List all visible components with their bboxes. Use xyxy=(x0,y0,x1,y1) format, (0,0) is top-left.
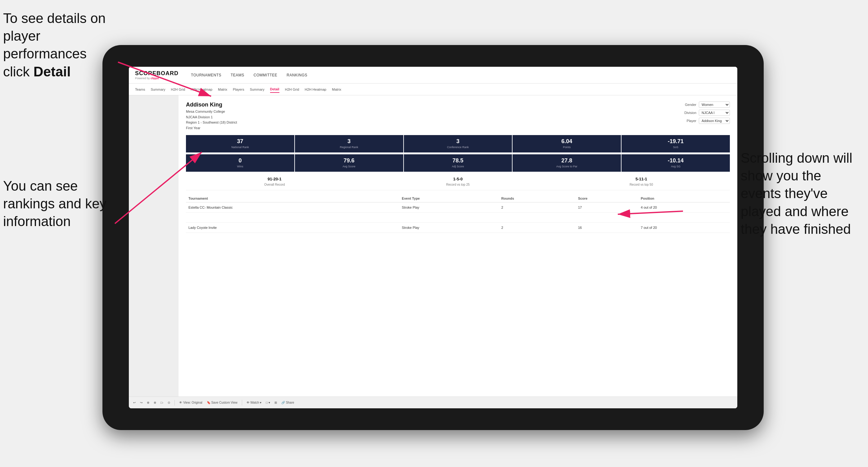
wins-label: Wins xyxy=(188,165,292,168)
row1-rounds: 2 xyxy=(499,202,576,212)
conference-rank-label: Conference Rank xyxy=(406,146,510,149)
stat-avg-score-par: 27.8 Avg Score to Par xyxy=(513,154,621,172)
sub-nav: Teams Summary H2H Grid H2H Heatmap Matri… xyxy=(129,84,737,95)
annotation-top-left: To see details on player performances cl… xyxy=(3,9,115,81)
row1-event-type: Stroke Play xyxy=(399,202,499,212)
division-filter-row: Division NJCAA I xyxy=(684,110,730,116)
record-top25: 1-5-0 Record vs top 25 xyxy=(369,177,547,187)
player-region: Region 1 - Southwest (18) District xyxy=(186,121,237,124)
top50-record-label: Record vs top 50 xyxy=(629,183,653,186)
toolbar-add[interactable]: ⊕ xyxy=(147,401,149,404)
gender-label: Gender xyxy=(685,103,696,106)
stat-regional-rank: 3 Regional Rank xyxy=(295,135,403,152)
toolbar-resize[interactable]: □- xyxy=(160,401,163,404)
logo-clippd: clippd xyxy=(151,77,159,80)
gender-select[interactable]: Women xyxy=(699,101,730,108)
nav-committee[interactable]: COMMITTEE xyxy=(254,72,278,79)
subnav-h2h-heatmap[interactable]: H2H Heatmap xyxy=(191,86,212,93)
gender-filter-row: Gender Women xyxy=(685,101,730,108)
player-select[interactable]: Addison King xyxy=(699,118,730,124)
overall-record-value: 91-20-1 xyxy=(186,177,363,181)
nav-tournaments[interactable]: TOURNAMENTS xyxy=(191,72,221,79)
subnav-h2h-heatmap2[interactable]: H2H Heatmap xyxy=(305,86,327,93)
toolbar-view-original[interactable]: 👁 View: Original xyxy=(179,401,202,404)
row1-score: 17 xyxy=(576,202,638,212)
tablet-screen: SCOREBOARD Powered by clippd TOURNAMENTS… xyxy=(129,67,737,408)
tournament-table: Tournament Event Type Rounds Score Posit… xyxy=(186,195,730,233)
logo-area: SCOREBOARD Powered by clippd xyxy=(135,70,179,80)
avg-score-par-value: 27.8 xyxy=(515,157,618,164)
table-row: Lady Coyote Invite Stroke Play 2 16 7 ou… xyxy=(186,222,730,232)
toolbar-sep2 xyxy=(242,400,242,406)
toolbar-redo[interactable]: ↪ xyxy=(140,401,143,404)
stat-conference-rank: 3 Conference Rank xyxy=(404,135,512,152)
sos-value: -19.71 xyxy=(624,138,727,145)
stat-sos: -19.71 SoS xyxy=(621,135,730,152)
nav-rankings[interactable]: RANKINGS xyxy=(286,72,307,79)
toolbar-share-screen[interactable]: □ ▾ xyxy=(266,401,270,404)
subnav-summary[interactable]: Summary xyxy=(151,86,165,93)
subnav-players[interactable]: Players xyxy=(233,86,244,93)
subnav-summary2[interactable]: Summary xyxy=(250,86,265,93)
national-rank-value: 37 xyxy=(188,138,292,145)
col-rounds: Rounds xyxy=(499,195,576,203)
player-division: NJCAA Division 1 xyxy=(186,115,213,119)
adj-score-label: Adj Score xyxy=(406,165,510,168)
points-label: Points xyxy=(515,146,618,149)
row3-tournament: Lady Coyote Invite xyxy=(186,222,399,232)
avg-score-value: 79.6 xyxy=(298,157,401,164)
adj-score-value: 78.5 xyxy=(406,157,510,164)
subnav-h2h-grid2[interactable]: H2H Grid xyxy=(285,86,299,93)
avg-sg-label: Avg SG xyxy=(624,165,727,168)
subnav-matrix[interactable]: Matrix xyxy=(218,86,227,93)
subnav-detail[interactable]: Detail xyxy=(270,86,279,93)
player-school: Mesa Community College xyxy=(186,110,225,113)
stat-points: 6.04 Points xyxy=(513,135,621,152)
subnav-h2h-grid[interactable]: H2H Grid xyxy=(171,86,185,93)
toolbar-sep1 xyxy=(175,400,175,406)
stats-row2: 0 Wins 79.6 Avg Score 78.5 Adj Score 27.… xyxy=(186,154,730,172)
logo-scoreboard: SCOREBOARD xyxy=(135,70,179,77)
table-row xyxy=(186,212,730,222)
col-score: Score xyxy=(576,195,638,203)
main-content: Addison King Mesa Community College NJCA… xyxy=(129,95,737,397)
annotation-detail-bold: Detail xyxy=(34,64,71,79)
logo-powered: Powered by clippd xyxy=(135,77,179,80)
toolbar-save-custom[interactable]: 🔖 Save Custom View xyxy=(207,401,238,404)
national-rank-label: National Rank xyxy=(188,146,292,149)
toolbar-settings[interactable]: ⊙ xyxy=(168,401,170,404)
row3-position: 7 out of 20 xyxy=(638,222,730,232)
nav-teams[interactable]: TEAMS xyxy=(231,72,244,79)
stat-wins: 0 Wins xyxy=(186,154,294,172)
record-top50: 5-11-1 Record vs top 50 xyxy=(553,177,730,187)
row1-tournament: Estella CC- Mountain Classic xyxy=(186,202,399,212)
player-filters: Gender Women Division NJCAA I xyxy=(684,101,730,124)
col-position: Position xyxy=(638,195,730,203)
content-area[interactable]: Addison King Mesa Community College NJCA… xyxy=(179,95,737,397)
table-row: Estella CC- Mountain Classic Stroke Play… xyxy=(186,202,730,212)
records-row: 91-20-1 Overall Record 1-5-0 Record vs t… xyxy=(186,174,730,190)
tablet-frame: SCOREBOARD Powered by clippd TOURNAMENTS… xyxy=(102,45,764,430)
annotation-right: Scrolling down will show you the events … xyxy=(741,149,865,238)
subnav-matrix2[interactable]: Matrix xyxy=(332,86,341,93)
row1-position: 4 out of 20 xyxy=(638,202,730,212)
avg-sg-value: -10.14 xyxy=(624,157,727,164)
toolbar-grid[interactable]: ⊞ xyxy=(274,401,277,404)
toolbar-share[interactable]: 🔗 Share xyxy=(281,401,294,404)
player-info: Addison King Mesa Community College NJCA… xyxy=(186,101,237,131)
sos-label: SoS xyxy=(624,146,727,149)
subnav-teams[interactable]: Teams xyxy=(135,86,145,93)
avg-score-par-label: Avg Score to Par xyxy=(515,165,618,168)
top50-record-value: 5-11-1 xyxy=(553,177,730,181)
wins-value: 0 xyxy=(188,157,292,164)
conference-rank-value: 3 xyxy=(406,138,510,145)
overall-record-label: Overall Record xyxy=(264,183,285,186)
points-value: 6.04 xyxy=(515,138,618,145)
division-select[interactable]: NJCAA I xyxy=(699,110,730,116)
toolbar-undo[interactable]: ↩ xyxy=(133,401,136,404)
toolbar-watch[interactable]: 👁 Watch ▾ xyxy=(247,401,262,404)
player-header: Addison King Mesa Community College NJCA… xyxy=(186,101,730,131)
stat-avg-sg: -10.14 Avg SG xyxy=(621,154,730,172)
toolbar-remove[interactable]: ⊗ xyxy=(154,401,156,404)
bottom-toolbar: ↩ ↪ ⊕ ⊗ □- ⊙ 👁 View: Original 🔖 Save Cus… xyxy=(129,397,737,408)
